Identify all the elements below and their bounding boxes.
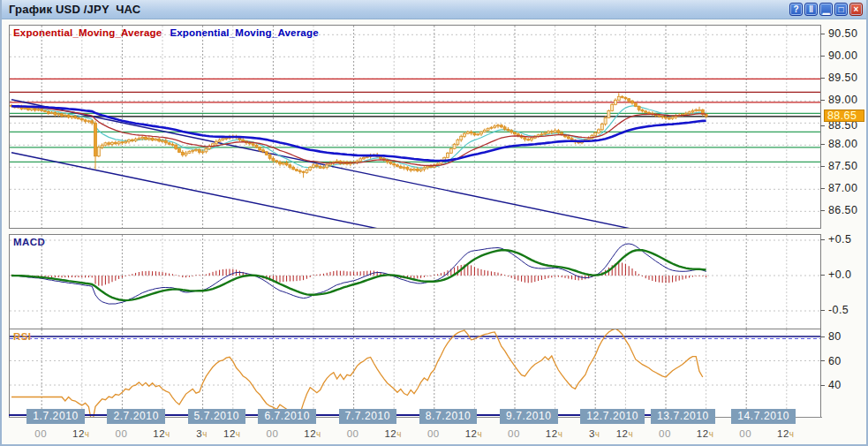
rsi-chart-svg[interactable] (10, 329, 820, 417)
macd-tick-label: -0.5 (828, 304, 868, 316)
current-price-tag: 88.65 (824, 110, 864, 122)
date-label: 14.7.2010 (731, 409, 796, 424)
price-tick-label: 86.50 (828, 204, 868, 216)
rsi-tick-label: 80 (828, 330, 868, 343)
time-label: 12ч (223, 428, 241, 439)
ema-fast-label: Exponential_Moving_Average (13, 27, 162, 38)
price-tick-label: 90.50 (828, 27, 868, 40)
price-tick-label: 89.50 (828, 72, 868, 84)
date-label: 12.7.2010 (580, 409, 645, 424)
maximize-icon: □ (838, 4, 843, 15)
axis-tick (820, 125, 825, 126)
close-icon: × (854, 4, 859, 15)
time-label: 12ч (465, 428, 483, 439)
time-label: 00 (739, 428, 751, 439)
axis-tick (820, 360, 825, 361)
pause-button[interactable]: ‖ (804, 3, 818, 16)
time-label: 12ч (384, 428, 402, 439)
date-label: 2.7.2010 (107, 409, 165, 424)
pause-icon: ‖ (809, 4, 813, 15)
ema-legend: Exponential_Moving_Average Exponential_M… (13, 27, 319, 38)
date-label: 13.7.2010 (651, 409, 715, 424)
price-tick-label: 88.00 (828, 138, 868, 150)
time-label: 00 (115, 428, 127, 439)
time-label: 3ч (589, 428, 600, 439)
date-label: 8.7.2010 (419, 409, 478, 424)
time-label: 00 (427, 428, 440, 439)
axis-tick (820, 275, 825, 276)
axis-tick (820, 78, 825, 79)
help-icon: ? (793, 4, 798, 15)
axis-tick (820, 210, 825, 211)
help-button[interactable]: ? (789, 3, 803, 16)
minimize-icon: ▁ (823, 4, 830, 15)
time-label: 12ч (697, 428, 714, 439)
rsi-tick-label: 60 (828, 355, 868, 367)
axis-tick (820, 34, 825, 34)
rsi-panel: RSI (9, 329, 821, 418)
price-tick-label: 87.00 (828, 182, 868, 194)
time-label: 12ч (304, 428, 321, 439)
window-title: График USD /JPY ЧАС (9, 3, 140, 16)
macd-panel: MACD (9, 234, 821, 329)
axis-tick (820, 144, 825, 145)
minimize-button[interactable]: ▁ (819, 3, 833, 16)
axis-tick (820, 385, 825, 386)
price-tick-label: 87.50 (828, 160, 868, 172)
time-label: 12ч (153, 428, 170, 439)
macd-tick-label: +0.0 (828, 268, 868, 281)
date-label: 7.7.2010 (339, 409, 397, 424)
price-tick-label: 90.00 (828, 49, 868, 62)
time-label: 00 (659, 428, 671, 439)
price-tick-label: 89.00 (828, 94, 868, 106)
chart-window: График USD /JPY ЧАС ?‖▁□× Exponential_Mo… (0, 0, 868, 446)
maximize-button[interactable]: □ (834, 3, 848, 16)
date-label: 6.7.2010 (258, 409, 316, 424)
time-label: 12ч (72, 428, 90, 439)
time-label: 12ч (616, 428, 634, 439)
macd-chart-svg[interactable] (10, 235, 820, 329)
axis-tick (820, 100, 825, 101)
price-panel: Exponential_Moving_Average Exponential_M… (9, 25, 821, 229)
axis-tick (820, 166, 825, 167)
time-label: 00 (508, 428, 520, 439)
axis-tick (820, 239, 825, 240)
time-label: 12ч (546, 428, 563, 439)
time-label: 00 (347, 428, 359, 439)
macd-tick-label: +0.5 (828, 233, 868, 246)
axis-tick (820, 336, 825, 337)
date-label: 9.7.2010 (500, 409, 558, 424)
window-buttons: ?‖▁□× (789, 3, 863, 16)
time-label: 12ч (777, 428, 795, 439)
rsi-tick-label: 40 (828, 379, 868, 391)
rsi-label: RSI (13, 331, 31, 342)
axis-tick (820, 310, 825, 311)
date-label: 5.7.2010 (188, 409, 246, 424)
ema-slow-label: Exponential_Moving_Average (170, 27, 318, 38)
close-button[interactable]: × (849, 3, 863, 16)
time-label: 00 (266, 428, 278, 439)
axis-tick (820, 56, 825, 57)
price-chart-svg[interactable] (10, 26, 820, 228)
axis-tick (820, 188, 825, 189)
time-label: 00 (34, 428, 47, 439)
macd-label: MACD (13, 237, 45, 247)
time-label: 3ч (196, 428, 208, 439)
date-label: 1.7.2010 (26, 409, 85, 424)
titlebar[interactable]: График USD /JPY ЧАС ?‖▁□× (2, 0, 866, 19)
